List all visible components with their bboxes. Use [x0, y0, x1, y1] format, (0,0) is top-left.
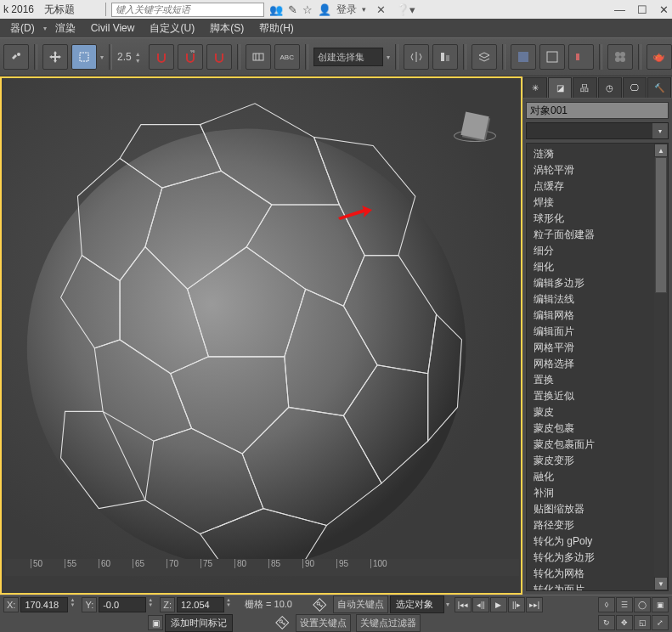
tab-modify[interactable]: ◪ [548, 77, 572, 98]
modifier-item[interactable]: 蒙皮包裹面片 [532, 437, 654, 453]
modifier-item[interactable]: 补洞 [532, 485, 654, 501]
modifier-item[interactable]: 路径变形 [532, 517, 654, 533]
modifier-item[interactable]: 编辑法线 [532, 291, 654, 308]
modifier-item[interactable]: 蒙皮 [532, 404, 654, 420]
menu-item[interactable]: 渲染 [48, 20, 82, 37]
modifier-item[interactable]: 转化为多边形 [532, 550, 654, 566]
nav-button-6[interactable]: ✥ [616, 615, 633, 630]
modifier-item[interactable]: 细分 [532, 243, 654, 259]
close-panel-icon[interactable]: ✕ [376, 3, 386, 16]
select-button[interactable] [71, 44, 97, 70]
modifier-item[interactable]: 转化为面片 [532, 582, 654, 590]
modifier-list[interactable]: 涟漪 涡轮平滑 点缓存 焊接 球形化 粒子面创建器 细分 细化 编辑多边形 编辑… [527, 144, 654, 590]
chevron-down-icon[interactable]: ▾ [362, 5, 366, 14]
tab-hierarchy[interactable]: 品 [573, 77, 596, 98]
key-icon[interactable]: ⚿ [308, 595, 331, 614]
modifier-item[interactable]: 置换 [532, 372, 654, 388]
add-time-tag-button[interactable]: 添加时间标记 [165, 614, 233, 632]
tab-motion[interactable]: ◷ [598, 77, 622, 98]
y-value[interactable]: -0.0 [99, 597, 146, 612]
tool-icon[interactable]: ✎ [288, 3, 297, 16]
time-ruler[interactable]: 50 55 60 65 70 75 80 85 90 95 100 [5, 559, 519, 576]
modifier-item[interactable]: 粒子面创建器 [532, 227, 654, 243]
modifier-item[interactable]: 涡轮平滑 [532, 162, 654, 178]
mirror-button[interactable] [404, 44, 429, 70]
spinner-arrows[interactable]: ▲▼ [135, 44, 145, 70]
modifier-item[interactable]: 贴图缩放器 [532, 501, 654, 517]
star-icon[interactable]: ☆ [302, 3, 313, 16]
render-setup-button[interactable]: 🫖 [647, 44, 672, 70]
menu-item[interactable]: Civil View [84, 20, 142, 36]
user-icon[interactable]: 👤 [318, 3, 331, 16]
scroll-down-button[interactable]: ▼ [654, 577, 668, 590]
modifier-item[interactable]: 融化 [532, 469, 654, 485]
modifier-item[interactable]: 转化为网格 [532, 566, 654, 582]
prev-frame-button[interactable]: ◂|| [472, 597, 489, 612]
selected-object-combo[interactable]: 选定对象 [390, 595, 444, 613]
link-button[interactable] [3, 44, 29, 70]
nav-button-2[interactable]: ☰ [616, 597, 633, 612]
tab-utilities[interactable]: 🔨 [647, 77, 671, 98]
angle-snap-value[interactable]: 2.5 [117, 51, 132, 63]
tab-create[interactable]: ✳ [523, 77, 547, 98]
z-spinner[interactable]: ▲▼ [226, 597, 236, 612]
named-sets-button[interactable] [246, 44, 271, 70]
modifier-item[interactable]: 点缓存 [532, 178, 654, 195]
nav-button-4[interactable]: ▣ [652, 597, 669, 612]
z-value[interactable]: 12.054 [177, 597, 224, 612]
schematic-view-button[interactable] [539, 44, 565, 70]
x-value[interactable]: 170.418 [20, 597, 68, 612]
tab-display[interactable]: 🖵 [623, 77, 647, 98]
play-button[interactable]: ▶ [490, 597, 507, 612]
modifier-item[interactable]: 网格选择 [532, 356, 654, 372]
search-input[interactable] [111, 3, 264, 17]
dope-sheet-button[interactable] [568, 44, 594, 70]
modifier-item[interactable]: 编辑面片 [532, 324, 654, 340]
nav-button-1[interactable]: ◊ [598, 597, 615, 612]
align-button[interactable] [432, 44, 458, 70]
chevron-down-icon[interactable]: ▾ [387, 54, 390, 61]
modifier-item[interactable]: 蒙皮变形 [532, 453, 654, 469]
selection-set-combo[interactable] [313, 48, 383, 66]
object-name-field[interactable] [526, 102, 669, 119]
abc-button[interactable]: ABC [274, 44, 300, 70]
chevron-down-icon[interactable]: ▾ [446, 601, 449, 608]
nav-button-8[interactable]: ⤢ [652, 615, 669, 630]
modifier-item[interactable]: 编辑网格 [532, 308, 654, 324]
modifier-item[interactable]: 涟漪 [532, 146, 654, 162]
menu-item[interactable]: 自定义(U) [143, 20, 201, 37]
close-button[interactable]: ✕ [659, 3, 669, 16]
layer-button[interactable] [472, 44, 497, 70]
help-icon[interactable]: ❔▾ [396, 3, 415, 16]
material-editor-button[interactable] [607, 44, 633, 70]
menu-item[interactable]: 脚本(S) [203, 20, 251, 37]
modifier-item[interactable]: 转化为 gPoly [532, 533, 654, 550]
modifier-item[interactable]: 网格平滑 [532, 340, 654, 356]
menu-item[interactable]: 器(D) [3, 20, 42, 37]
y-spinner[interactable]: ▲▼ [148, 597, 158, 612]
set-key-icon[interactable]: ⚿ [270, 614, 294, 633]
modifier-item[interactable]: 编辑多边形 [532, 275, 654, 291]
maximize-button[interactable]: ☐ [637, 3, 647, 16]
binoculars-icon[interactable]: 👥 [269, 3, 283, 16]
snap-toggle-1[interactable] [149, 44, 174, 70]
modifier-scrollbar[interactable]: ▲ ▼ [654, 144, 668, 590]
nav-button-5[interactable]: ↻ [598, 615, 615, 630]
goto-end-button[interactable]: ▸▸| [526, 597, 543, 612]
chevron-down-icon[interactable]: ▾ [652, 123, 668, 138]
menu-item[interactable]: 帮助(H) [252, 20, 301, 37]
modifier-item[interactable]: 细化 [532, 259, 654, 275]
scroll-thumb[interactable] [655, 157, 667, 293]
modifier-item[interactable]: 焊接 [532, 195, 654, 211]
set-key-button[interactable]: 设置关键点 [296, 614, 351, 632]
minimize-button[interactable]: — [614, 3, 625, 16]
modifier-item[interactable]: 置换近似 [532, 388, 654, 404]
goto-start-button[interactable]: |◂◂ [455, 597, 472, 612]
nav-button-3[interactable]: ◯ [634, 597, 651, 612]
move-button[interactable] [42, 44, 68, 70]
nav-button-7[interactable]: ◱ [634, 615, 651, 630]
modifier-combo[interactable]: ▾ [526, 122, 669, 139]
login-link[interactable]: 登录 [336, 3, 357, 17]
viewcube[interactable] [449, 104, 500, 150]
viewport[interactable] [0, 76, 522, 595]
